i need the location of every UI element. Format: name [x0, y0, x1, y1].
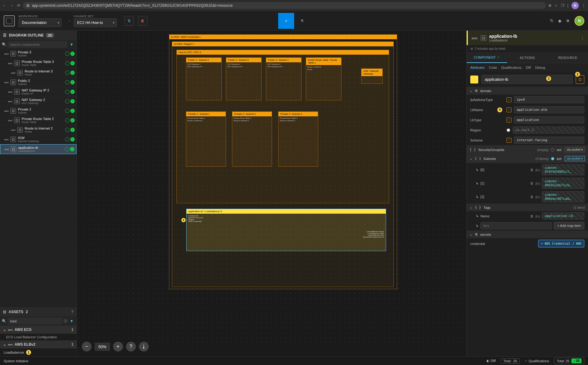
delete-item-icon[interactable]: 🗑 — [530, 181, 534, 185]
prop-ipaddresstype[interactable]: ipv4 — [514, 96, 584, 103]
component-application-lb[interactable]: application-lb / Loadbalancer 0 ● Subnet… — [186, 209, 386, 251]
qualifications-label[interactable]: ✓Qualifications — [525, 359, 549, 363]
tab-resource[interactable]: RESOURCE — [547, 52, 588, 63]
download-button[interactable]: ⭳ — [139, 342, 149, 351]
diagram-canvas[interactable]: si-7637 / AWS Credential 1 si-5304 / Reg… — [77, 31, 466, 356]
tab-component[interactable]: COMPONENT✓ — [467, 52, 507, 63]
help-icon[interactable]: ?⃝ — [550, 19, 553, 23]
section-domain[interactable]: ⌄ ≣ domain — [467, 87, 588, 95]
prop-scheme[interactable]: internet-facing — [514, 137, 584, 144]
lab-tab[interactable]: ⚗ — [294, 13, 310, 29]
asset-item[interactable]: ECS Load Balancer Configuration — [0, 334, 77, 340]
delete-item-icon[interactable]: 🗑 — [530, 214, 534, 218]
array-item-icon: ↳ — [476, 181, 479, 185]
workspace-select[interactable]: Documentation — [18, 18, 61, 27]
outline-item[interactable]: aws ⊡ Private Route Table 3Route Table ✓… — [0, 59, 77, 68]
outline-item[interactable]: aws ⊡ NAT Gateway 2NAT Gateway ✓✓ — [0, 97, 77, 106]
asset-group-elbv2[interactable]: ⌄ aws AWS ELBv2 1 — [0, 340, 77, 348]
tag-key-input[interactable] — [480, 222, 552, 229]
outline-item[interactable]: aws ⊡ Route to Internet 2Route ✓✓ — [0, 125, 77, 135]
fx-icon[interactable]: f(x) — [535, 195, 540, 199]
component-icon: ⊡ — [10, 108, 16, 114]
set-radio[interactable] — [551, 157, 554, 160]
outline-item[interactable]: aws ⊡ Private 2Subnet ✓✓ — [0, 106, 77, 116]
component-private2[interactable]: Private 2 / Subnet 2Private Route Table … — [232, 111, 272, 167]
browser-avatar[interactable]: N — [571, 2, 579, 9]
zoom-level[interactable]: 50% — [95, 343, 110, 351]
credential-value[interactable]: ⊸ AWS Credential / AWS — [538, 240, 584, 247]
discord-icon[interactable]: ◉ — [558, 19, 561, 23]
asset-group-ecs[interactable]: ⌄ aws AWS ECS 1 — [0, 326, 77, 334]
component-igw[interactable]: IGW / Internet Gateway — [361, 68, 383, 84]
section-securitygroupids[interactable]: [ ] SecurityGroupIds (empty) set: via so… — [467, 145, 588, 154]
aws-tag: aws — [11, 72, 15, 74]
component-public1[interactable]: Public 1 / Subnet 3NAT Gateway 1NAT Gate… — [186, 57, 222, 100]
diff-toggle[interactable]: ◐ Diff — [487, 359, 495, 363]
component-private3[interactable]: Private 3 / Subnet 3Private Route Table … — [278, 111, 318, 167]
outline-item[interactable]: aws ⊡ Public 2Subnet ✓✓ — [0, 78, 77, 87]
section-tags[interactable]: ⌄ { } Tags (1 item) — [467, 204, 588, 211]
reload-icon[interactable]: ⟳ — [17, 3, 20, 8]
fx-icon[interactable]: f(x) — [535, 181, 540, 185]
more-icon[interactable]: ⋮ — [581, 36, 584, 40]
delete-item-icon[interactable]: 🗑 — [530, 168, 534, 172]
outline-item[interactable]: aws ⊡ NAT Gateway IP 2Elastic IP ✓✓ — [0, 87, 77, 97]
tab-actions[interactable]: ACTIONS — [507, 52, 548, 63]
component-public2[interactable]: Public 2 / Subnet 2NAT Gateway 2NAT Gate… — [226, 57, 262, 100]
filter-icon[interactable]: ▼ — [69, 319, 75, 323]
subtab-attributes[interactable]: Attributes — [470, 66, 484, 69]
zoom-out-button[interactable]: − — [82, 342, 92, 351]
subtab-code[interactable]: Code — [489, 66, 497, 69]
app-logo[interactable] — [4, 15, 15, 26]
star-icon[interactable]: ☆ — [554, 3, 558, 8]
set-radio[interactable] — [551, 148, 554, 151]
canvas-help-button[interactable]: ? — [126, 342, 136, 351]
component-name-input[interactable] — [481, 75, 573, 84]
assets-help-icon[interactable]: ? — [71, 310, 73, 314]
set-source-select[interactable]: via socket ▾ — [565, 147, 585, 152]
fx-icon[interactable]: f(x) — [535, 214, 540, 218]
prop-lbtype[interactable]: application — [514, 116, 584, 123]
settings-icon[interactable]: ⚙ — [566, 19, 570, 23]
clear-search-icon[interactable]: ⓧ — [64, 319, 67, 324]
section-subnets[interactable]: ⌄ [ ] Subnets (3 items) set: via socket … — [467, 154, 588, 163]
set-source-select[interactable]: via socket ▾ — [565, 156, 585, 161]
filter-icon[interactable]: ▼ — [69, 42, 75, 47]
diagram-tab[interactable]: ⊹ — [278, 13, 294, 29]
subtab-diff[interactable]: Diff — [526, 66, 531, 69]
section-secrets[interactable]: ⌄ ≣ secrets — [467, 231, 588, 238]
password-icon[interactable]: ⊕ — [548, 3, 551, 8]
zoom-in-button[interactable]: + — [113, 342, 123, 351]
menu-icon[interactable]: ⋮ — [582, 3, 586, 8]
component-vpc[interactable]: How to VPC / VPC 0 Public 1 / Subnet 3NA… — [176, 50, 389, 203]
component-public3[interactable]: Public 3 / Subnet 1NAT Gateway 3NAT Gate… — [266, 57, 302, 100]
prop-lbname[interactable]: application-alb — [514, 106, 584, 113]
component-region[interactable]: si-5304 / Region 1 How to VPC / VPC 0 Pu… — [172, 41, 394, 287]
add-map-item-button[interactable]: + Add map item — [554, 222, 584, 229]
url-bar[interactable]: ⊞ app.systeminit.com/w/01J7Z42QDZJH3KNTQ… — [23, 2, 546, 9]
delete-changeset-button[interactable]: 🗑 — [138, 16, 148, 26]
color-swatch[interactable] — [470, 76, 478, 83]
delete-item-icon[interactable]: 🗑 — [530, 195, 534, 199]
extensions-icon[interactable]: ❐ — [561, 3, 564, 8]
asset-item-loadbalancer[interactable]: Loadbalancer 1 — [0, 348, 77, 356]
subtab-qualifications[interactable]: Qualifications — [501, 66, 522, 69]
merge-button[interactable]: ⇅ — [124, 16, 134, 26]
fx-icon[interactable]: f(x) — [535, 168, 540, 172]
changeset-select[interactable]: EC2 HA How-to — [74, 18, 117, 27]
component-root[interactable]: si-7637 / AWS Credential 1 si-5304 / Reg… — [169, 34, 397, 289]
subtab-debug[interactable]: Debug — [535, 66, 545, 69]
status-ok-icon: ✓ — [70, 137, 75, 142]
back-icon[interactable]: ← — [2, 3, 6, 8]
component-public-rt[interactable]: Public Route Table / Route Table 1Route … — [306, 57, 341, 100]
component-private1[interactable]: Private 1 / Subnet 1Private Route Table … — [186, 111, 226, 167]
outline-item[interactable]: aws ⊡ IGWInternet Gateway ✓✓ — [0, 135, 77, 144]
assets-search-input[interactable] — [8, 318, 62, 324]
outline-search-input[interactable] — [8, 41, 67, 48]
outline-item[interactable]: aws ⊡ application-lbLoadbalancer ✓✓ — [0, 144, 77, 154]
outline-item[interactable]: aws ⊡ Private 3Subnet ✓✓ — [0, 49, 77, 59]
user-avatar[interactable]: N — [574, 16, 584, 26]
outline-item[interactable]: aws ⊡ Private Route Table 2Route Table ✓… — [0, 116, 77, 125]
forward-icon[interactable]: → — [10, 3, 14, 8]
outline-item[interactable]: aws ⊡ Route to Internet 3Route ✓✓ — [0, 68, 77, 78]
